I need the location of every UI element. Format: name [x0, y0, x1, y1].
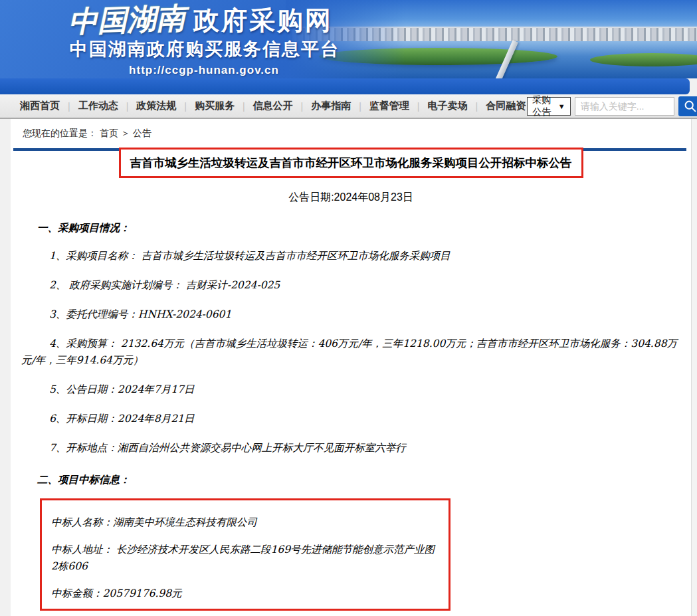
publish-date: 公告日期:2024年08月23日 [13, 191, 688, 205]
nav-separator: | [61, 101, 77, 112]
winner-amount: 中标金额：20579176.98元 [51, 585, 439, 602]
section1-heading: 一、采购项目情况： [21, 221, 682, 235]
nav-item-contract-finance[interactable]: 合同融资 [484, 100, 527, 112]
nav-separator: | [411, 101, 427, 112]
breadcrumb: 您现在的位置是： 首页 ＞ 公告 [13, 119, 688, 140]
breadcrumb-prefix: 您现在的位置是： [23, 128, 97, 138]
nav-item-home[interactable]: 湘西首页 [19, 100, 61, 112]
scrollbar-track[interactable] [691, 119, 697, 616]
logo-subtitle: 中国湖南政府购买服务信息平台 [70, 37, 340, 61]
nav-item-supervision[interactable]: 监督管理 [368, 100, 411, 112]
section1-item: 5、公告日期：2024年7月17日 [21, 381, 682, 398]
site-header: 中国湖南 政府采购网 中国湖南政府购买服务信息平台 http://ccgp-hu… [0, 0, 697, 78]
nav-item-policy[interactable]: 政策法规 [135, 100, 177, 112]
header-blue-bar [0, 78, 690, 94]
main-nav: 湘西首页| 工作动态| 政策法规| 购买服务| 信息公开| 办事指南| 监督管理… [0, 94, 697, 119]
nav-separator: | [120, 101, 136, 112]
site-logo[interactable]: 中国湖南 政府采购网 中国湖南政府购买服务信息平台 http://ccgp-hu… [68, 3, 340, 77]
search-area: 采购公告 ▼ [527, 96, 697, 116]
announcement-body: 一、采购项目情况： 1、采购项目名称： 吉首市城乡生活垃圾转运及吉首市市经开区环… [13, 221, 688, 616]
logo-url: http://ccgp-hunan.gov.cn [68, 64, 340, 77]
nav-separator: | [468, 101, 484, 112]
winner-name: 中标人名称：湖南美中环境生态科技有限公司 [51, 514, 439, 531]
winner-info-highlight-box: 中标人名称：湖南美中环境生态科技有限公司 中标人地址： 长沙经济技术开发区人民东… [40, 498, 450, 611]
announcement-title-highlight-box: 吉首市城乡生活垃圾转运及吉首市市经开区环卫市场化服务采购项目公开招标中标公告 [119, 148, 583, 178]
breadcrumb-current: 公告 [133, 128, 151, 138]
section2-heading: 二、项目中标信息： [21, 473, 682, 487]
section1-item: 2、 政府采购实施计划编号： 吉财采计-2024-025 [21, 277, 682, 294]
nav-item-info-disclosure[interactable]: 信息公开 [252, 100, 294, 112]
search-category-value: 采购公告 [532, 94, 553, 118]
section1-item: 7、开标地点：湘西自治州公共资源交易中心网上开标大厅不见面开标室六举行 [21, 440, 682, 457]
search-input[interactable] [575, 97, 674, 116]
header-cityscape-photo [286, 0, 697, 78]
logo-calligraphy-text: 中国湖南 [68, 1, 186, 39]
page-title: 吉首市城乡生活垃圾转运及吉首市市经开区环卫市场化服务采购项目公开招标中标公告 [130, 155, 572, 171]
breadcrumb-separator: ＞ [121, 128, 130, 138]
nav-item-e-mall[interactable]: 电子卖场 [426, 100, 468, 112]
logo-title-text: 政府采购网 [193, 5, 333, 37]
section1-item: 1、采购项目名称： 吉首市城乡生活垃圾转运及吉首市市经开区环卫市场化服务采购项目 [21, 248, 682, 264]
nav-separator: | [352, 101, 368, 112]
section1-item: 6、开标日期：2024年8月21日 [21, 411, 682, 427]
nav-item-news[interactable]: 工作动态 [77, 100, 120, 112]
nav-item-guide[interactable]: 办事指南 [310, 100, 352, 112]
chevron-down-icon: ▼ [558, 102, 565, 110]
section1-item: 3、委托代理编号：HNHX-2024-0601 [21, 306, 682, 323]
nav-separator: | [177, 101, 193, 112]
search-icon [684, 100, 697, 113]
content-panel: 您现在的位置是： 首页 ＞ 公告 吉首市城乡生活垃圾转运及吉首市市经开区环卫市场… [11, 119, 691, 616]
breadcrumb-home-link[interactable]: 首页 [100, 128, 118, 138]
nav-separator: | [236, 101, 252, 112]
winner-address: 中标人地址： 长沙经济技术开发区人民东路二段169号先进储能节能创意示范产业图2… [51, 542, 439, 575]
search-category-dropdown[interactable]: 采购公告 ▼ [527, 97, 571, 116]
search-button[interactable] [678, 96, 697, 116]
nav-separator: | [294, 101, 310, 112]
section1-item: 4、采购预算： 2132.64万元（吉首市城乡生活垃圾转运：406万元/年，三年… [21, 336, 682, 369]
nav-item-purchase-service[interactable]: 购买服务 [193, 100, 236, 112]
